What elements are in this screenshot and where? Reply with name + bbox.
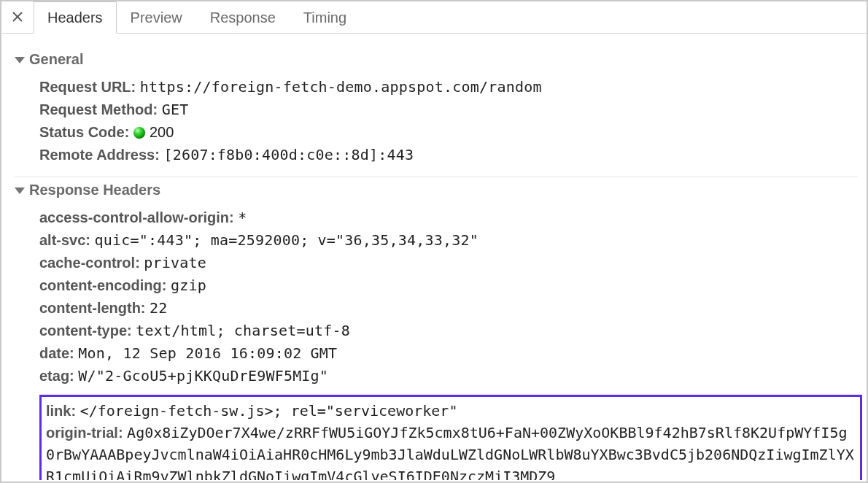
chevron-down-icon [15,188,25,194]
row-cache-control: cache-control: private [39,252,858,274]
tab-headers[interactable]: Headers [34,1,117,34]
row-alt-svc: alt-svc: quic=":443"; ma=2592000; v="36,… [39,229,858,251]
highlighted-headers: link: </foreign-fetch-sw.js>; rel="servi… [39,395,862,480]
tab-preview[interactable]: Preview [117,1,196,33]
row-etag: etag: W/"2-GcoU5+pjKKQuDrE9WF5MIg" [39,365,858,387]
section-title-general: General [29,51,83,68]
headers-panel: General Request URL: https://foreign-fet… [3,35,865,480]
chevron-down-icon [15,57,25,63]
divider [15,177,858,177]
status-dot-icon [133,127,145,139]
row-request-url: Request URL: https://foreign-fetch-demo.… [39,76,858,98]
row-content-length: content-length: 22 [39,297,858,319]
row-request-method: Request Method: GET [39,98,858,120]
tabbar: Headers Preview Response Timing [1,1,867,34]
close-icon [12,9,23,26]
section-response-headers-toggle[interactable]: Response Headers [15,182,858,198]
tab-response[interactable]: Response [196,1,290,33]
section-title-response-headers: Response Headers [29,182,160,198]
row-date: date: Mon, 12 Sep 2016 16:09:02 GMT [39,342,858,364]
row-acao: access-control-allow-origin: * [39,206,858,228]
section-general-toggle[interactable]: General [15,51,858,68]
response-headers-block: access-control-allow-origin: * alt-svc: … [15,204,858,392]
close-button[interactable] [1,1,34,33]
row-status-code: Status Code: 200 [39,121,858,143]
row-remote-address: Remote Address: [2607:f8b0:400d:c0e::8d]… [39,144,858,166]
tab-timing[interactable]: Timing [290,1,360,33]
row-origin-trial: origin-trial: Ag0x8iZyDOer7X4we/zRRFfWU5… [46,422,856,480]
row-content-type: content-type: text/html; charset=utf-8 [39,320,858,341]
row-link: link: </foreign-fetch-sw.js>; rel="servi… [46,400,856,422]
row-content-encoding: content-encoding: gzip [39,274,858,296]
general-block: Request URL: https://foreign-fetch-demo.… [15,74,858,171]
